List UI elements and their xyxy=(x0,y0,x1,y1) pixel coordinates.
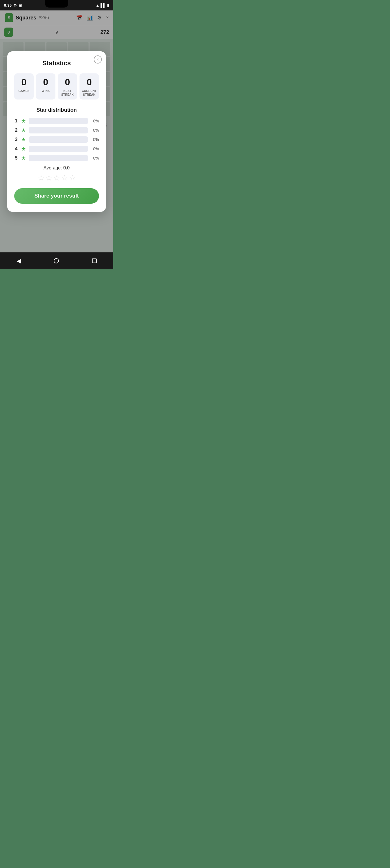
nav-back-button[interactable]: ◀ xyxy=(17,257,21,264)
modal-title: Statistics xyxy=(14,59,99,67)
current-streak-value: 0 xyxy=(81,78,97,87)
stat-card-wins: 0 WINS xyxy=(36,73,55,99)
status-bar: 9:35 ⚙ ▣ ▲ ▌▌ ▮ xyxy=(0,0,113,10)
dist-star-3: ★ xyxy=(21,136,26,143)
dist-row-4: 4 ★ 0% xyxy=(14,146,99,152)
dist-pct-5: 0% xyxy=(91,156,99,160)
dist-bar-bg-3 xyxy=(29,136,88,143)
games-label: GAMES xyxy=(16,89,32,93)
dist-row-1: 1 ★ 0% xyxy=(14,118,99,124)
dist-pct-2: 0% xyxy=(91,128,99,132)
wifi-icon: ▲ xyxy=(96,3,99,7)
dist-num-1: 1 xyxy=(14,118,18,124)
dist-num-3: 3 xyxy=(14,137,18,142)
dist-num-4: 4 xyxy=(14,146,18,151)
nav-recents-button[interactable] xyxy=(92,258,97,263)
best-streak-value: 0 xyxy=(59,78,76,87)
status-time: 9:35 xyxy=(4,3,11,7)
statistics-modal: × Statistics 0 GAMES 0 WINS 0 BESTSTREAK xyxy=(7,51,106,212)
avg-star-5: ☆ xyxy=(69,174,76,183)
stat-card-current-streak: 0 CURRENTSTREAK xyxy=(80,73,99,99)
dist-bar-bg-4 xyxy=(29,146,88,152)
dist-star-2: ★ xyxy=(21,127,26,133)
avg-star-1: ☆ xyxy=(38,174,44,183)
dist-bar-bg-1 xyxy=(29,118,88,124)
dist-star-1: ★ xyxy=(21,118,26,124)
dist-row-3: 3 ★ 0% xyxy=(14,136,99,143)
share-button[interactable]: Share your result xyxy=(14,188,99,204)
avg-stars-display: ☆ ☆ ☆ ☆ ☆ xyxy=(14,174,99,183)
avg-star-4: ☆ xyxy=(61,174,68,183)
avg-star-2: ☆ xyxy=(46,174,52,183)
wins-value: 0 xyxy=(38,78,54,87)
dist-star-5: ★ xyxy=(21,155,26,161)
dist-pct-1: 0% xyxy=(91,119,99,123)
modal-close-button[interactable]: × xyxy=(94,55,102,64)
wins-label: WINS xyxy=(38,89,54,93)
app-background: S Squares #296 📅 📊 ⚙ ? 0 ∨ 272 xyxy=(0,10,113,252)
camera-notch xyxy=(45,0,68,7)
nav-bar: ◀ xyxy=(0,252,113,269)
modal-overlay: × Statistics 0 GAMES 0 WINS 0 BESTSTREAK xyxy=(0,10,113,252)
average-value: 0.0 xyxy=(63,165,70,170)
dist-bar-bg-5 xyxy=(29,155,88,161)
dist-row-5: 5 ★ 0% xyxy=(14,155,99,161)
dist-star-4: ★ xyxy=(21,146,26,152)
settings-status-icon: ⚙ xyxy=(13,3,17,7)
dist-pct-4: 0% xyxy=(91,147,99,151)
average-row: Average: 0.0 xyxy=(14,165,99,170)
games-value: 0 xyxy=(16,78,32,87)
distribution-title: Star distribution xyxy=(14,107,99,113)
dist-num-2: 2 xyxy=(14,128,18,133)
battery-icon: ▮ xyxy=(107,3,109,7)
nav-home-button[interactable] xyxy=(54,258,59,264)
avg-star-3: ☆ xyxy=(53,174,60,183)
dist-bar-bg-2 xyxy=(29,127,88,133)
stats-row: 0 GAMES 0 WINS 0 BESTSTREAK 0 CURRENTSTR… xyxy=(14,73,99,99)
sim-status-icon: ▣ xyxy=(19,3,22,7)
dist-row-2: 2 ★ 0% xyxy=(14,127,99,133)
current-streak-label: CURRENTSTREAK xyxy=(81,89,97,97)
signal-icon: ▌▌ xyxy=(101,3,106,7)
dist-num-5: 5 xyxy=(14,155,18,161)
best-streak-label: BESTSTREAK xyxy=(59,89,76,97)
stat-card-best-streak: 0 BESTSTREAK xyxy=(58,73,77,99)
average-label: Average: xyxy=(43,165,62,170)
stat-card-games: 0 GAMES xyxy=(14,73,34,99)
dist-pct-3: 0% xyxy=(91,137,99,142)
